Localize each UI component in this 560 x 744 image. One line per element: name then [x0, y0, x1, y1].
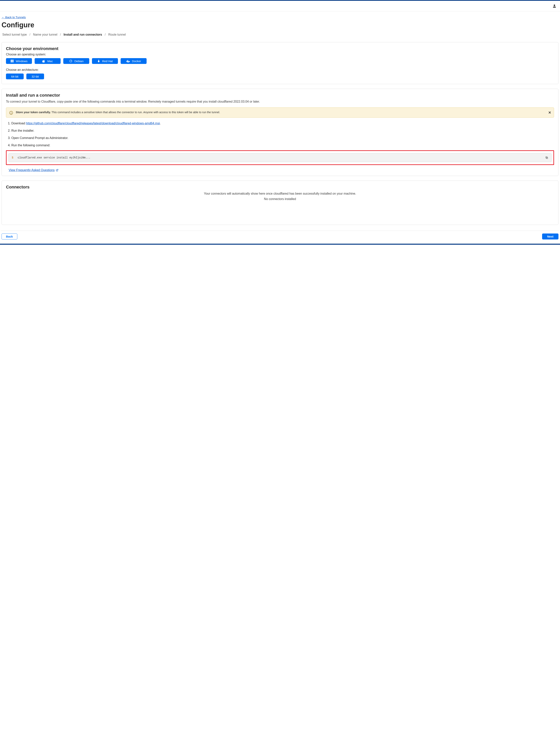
- svg-rect-3: [11, 61, 12, 62]
- install-heading: Install and run a connector: [6, 93, 554, 98]
- svg-rect-12: [128, 60, 128, 61]
- svg-rect-11: [127, 60, 128, 61]
- breadcrumb: Select tunnel type / Name your tunnel / …: [2, 33, 559, 36]
- connectors-empty-state: No connectors installed: [6, 197, 554, 201]
- connectors-message: Your connectors will automatically show …: [6, 192, 554, 195]
- warning-close-button[interactable]: ✕: [548, 111, 551, 115]
- breadcrumb-step-4[interactable]: Route tunnel: [108, 33, 126, 36]
- install-steps: Download https://github.com/cloudflare/c…: [11, 121, 554, 148]
- os-windows-button[interactable]: Windows: [6, 58, 32, 64]
- windows-icon: [10, 59, 14, 63]
- os-mac-button[interactable]: Mac: [35, 58, 61, 64]
- warning-bold: Store your token carefully.: [16, 111, 51, 114]
- docker-icon: [126, 60, 130, 63]
- install-description: To connect your tunnel to Cloudflare, co…: [6, 99, 554, 104]
- install-step-4: Run the following command:: [11, 143, 554, 148]
- svg-rect-1: [11, 60, 12, 61]
- breadcrumb-step-1[interactable]: Select tunnel type: [2, 33, 27, 36]
- breadcrumb-step-2[interactable]: Name your tunnel: [33, 33, 57, 36]
- apple-icon: [42, 59, 45, 63]
- command-block: $ cloudflared.exe service install eyJhIj…: [8, 153, 552, 162]
- os-debian-button[interactable]: Debian: [63, 58, 89, 64]
- breadcrumb-step-3: Install and run connectors: [64, 33, 102, 36]
- os-redhat-button[interactable]: Red Hat: [92, 58, 118, 64]
- os-docker-button[interactable]: Docker: [121, 58, 147, 64]
- command-highlight-box: $ cloudflared.exe service install eyJhIj…: [6, 150, 554, 165]
- breadcrumb-separator: /: [105, 33, 106, 36]
- connectors-heading: Connectors: [6, 185, 554, 190]
- svg-rect-9: [127, 61, 128, 61]
- copy-command-button[interactable]: [545, 156, 548, 159]
- next-button[interactable]: Next: [542, 233, 558, 239]
- arch-label: Choose an architecture:: [6, 68, 554, 72]
- redhat-icon: [97, 59, 100, 63]
- environment-card: Choose your environment Choose an operat…: [2, 42, 558, 84]
- arch-32bit-button[interactable]: 32-bit: [26, 74, 44, 79]
- breadcrumb-separator: /: [60, 33, 61, 36]
- os-mac-label: Mac: [47, 60, 53, 63]
- warning-icon: [9, 111, 13, 115]
- install-step-1: Download https://github.com/cloudflare/c…: [11, 121, 554, 126]
- arch-64bit-button[interactable]: 64-bit: [6, 74, 24, 79]
- svg-rect-10: [128, 61, 128, 61]
- back-button[interactable]: Back: [2, 233, 17, 239]
- connectors-card: Connectors Your connectors will automati…: [2, 181, 558, 225]
- copy-icon: [545, 156, 548, 159]
- back-to-tunnels-link[interactable]: ← Back to Tunnels: [2, 15, 26, 19]
- command-text: cloudflared.exe service install eyJhIjoi…: [18, 156, 90, 159]
- header-bar: [0, 1, 560, 11]
- os-redhat-label: Red Hat: [102, 60, 113, 63]
- user-avatar-icon[interactable]: [552, 4, 557, 8]
- os-label: Choose an operating system:: [6, 53, 554, 56]
- svg-point-0: [554, 5, 555, 6]
- breadcrumb-separator: /: [30, 33, 30, 36]
- warning-text: This command includes a sensitive token …: [51, 111, 220, 114]
- token-warning-banner: Store your token carefully. This command…: [6, 107, 554, 118]
- faq-link[interactable]: View Frequently Asked Questions: [9, 169, 58, 172]
- page-title: Configure: [2, 21, 559, 29]
- external-link-icon: [56, 169, 58, 172]
- command-prompt-symbol: $: [12, 156, 13, 159]
- os-docker-label: Docker: [132, 60, 141, 63]
- download-link[interactable]: https://github.com/cloudflare/cloudflare…: [26, 122, 160, 125]
- svg-point-15: [11, 113, 11, 114]
- install-step-2: Run the installer.: [11, 128, 554, 133]
- install-step-3: Open Command Prompt as Administrator.: [11, 136, 554, 140]
- step1-suffix: .: [160, 122, 161, 125]
- os-debian-label: Debian: [74, 60, 84, 63]
- debian-icon: [69, 59, 73, 63]
- svg-rect-4: [12, 61, 14, 62]
- environment-heading: Choose your environment: [6, 46, 554, 51]
- svg-rect-8: [126, 61, 127, 61]
- bottom-brand-bar: [0, 244, 560, 245]
- install-card: Install and run a connector To connect y…: [2, 89, 558, 176]
- footer-actions: Back Next: [1, 231, 559, 244]
- step1-prefix: Download: [11, 122, 26, 125]
- os-windows-label: Windows: [16, 60, 28, 63]
- faq-link-label: View Frequently Asked Questions: [9, 169, 55, 172]
- svg-rect-2: [12, 60, 14, 61]
